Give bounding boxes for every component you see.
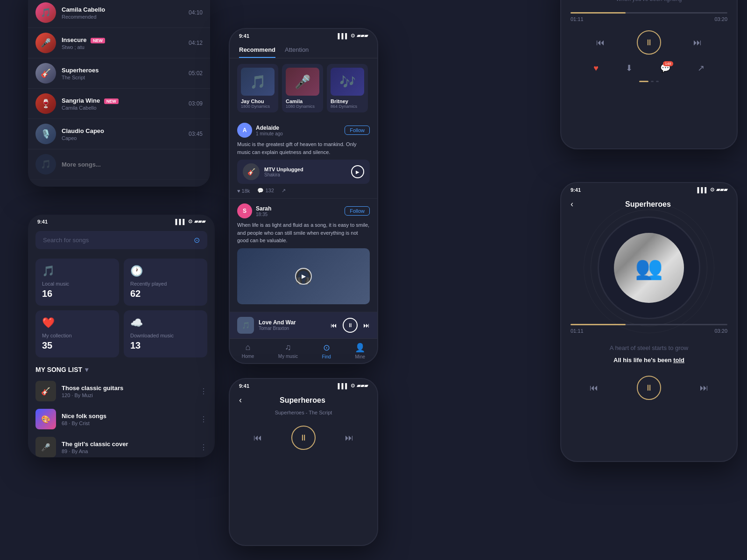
song-title-4: Sangria Wine NEW: [62, 97, 183, 104]
tab-attention[interactable]: Attention: [285, 42, 309, 58]
post-1: A Adelaide 1 minute ago Follow Music is …: [230, 118, 377, 199]
nav-home[interactable]: ⌂ Home: [242, 343, 254, 359]
avatar-3: 🎸: [35, 63, 56, 84]
phone-social: 9:41 ▌▌▌ ⊙ ▰▰▰ Recommend Attention 🎵 Jay…: [229, 28, 378, 364]
song-item-6-partial[interactable]: 🎵 More songs...: [28, 149, 210, 180]
play-btn-1[interactable]: ▶: [351, 165, 364, 178]
nav-find[interactable]: ⊙ Find: [322, 343, 331, 359]
share-icon-1[interactable]: ↗: [282, 188, 286, 194]
likes-1[interactable]: ♥ 18k: [237, 188, 250, 194]
search-icon[interactable]: ⊙: [194, 236, 200, 245]
nav-mymusic[interactable]: ♫ My music: [278, 343, 298, 359]
user-nav-icon: 👤: [355, 343, 365, 353]
status-bar-3: 9:41 ▌▌▌ ⊙ ▰▰▰: [230, 29, 377, 41]
time-current-5: 01:11: [571, 328, 584, 334]
skip-back-btn-5[interactable]: ⏮: [590, 383, 598, 393]
song-artist-1: Recommended: [62, 14, 183, 20]
skip-fwd-btn-6[interactable]: ⏭: [345, 433, 353, 443]
duration-2: 04:12: [189, 40, 203, 46]
avatar-4: 🍷: [35, 93, 56, 114]
downloaded-card[interactable]: ☁️ Downloaded music 13: [124, 310, 207, 357]
comment-btn-1[interactable]: 💬 148: [660, 63, 670, 73]
downloaded-label: Downloaded music: [130, 333, 201, 338]
skip-fwd-btn-5[interactable]: ⏭: [700, 383, 708, 393]
next-btn[interactable]: ⏭: [363, 322, 370, 329]
song-info-3: Superheroes The Script: [62, 67, 183, 80]
playlist-item-2[interactable]: 🎨 Nice folk songs 68 · By Crist ⋮: [28, 405, 215, 433]
skip-fwd-btn-1[interactable]: ⏭: [693, 38, 702, 48]
back-btn-6[interactable]: ‹: [230, 395, 251, 405]
song-item-1[interactable]: 🎵 Camila Cabello Recommended 04:10: [28, 0, 210, 28]
playlist-info-3: The girl's classic cover 89 · By Ana: [62, 441, 194, 454]
tab-recommend[interactable]: Recommend: [239, 42, 275, 58]
play-pause-btn[interactable]: ⏸: [343, 318, 358, 333]
download-btn-1[interactable]: ⬇: [626, 63, 633, 73]
user-info-2: Sarah 18:35: [256, 205, 345, 217]
skip-back-btn-1[interactable]: ⏮: [596, 38, 605, 48]
battery-icon-5: ▰▰▰: [716, 187, 727, 193]
nav-mine[interactable]: 👤 Mine: [355, 343, 365, 359]
song-snippet-1[interactable]: 🎸 MTV Unplugged Shakira ▶: [237, 160, 370, 184]
more-icon-1[interactable]: ⋮: [200, 387, 207, 396]
post-actions-1: ♥ 18k 💬 132 ↗: [237, 188, 370, 194]
artist-card-1[interactable]: 🎵 Jay Chou 1800 Dynamics: [237, 64, 278, 112]
nav-mymusic-label: My music: [278, 354, 298, 359]
like-btn-1[interactable]: ♥: [593, 63, 599, 73]
more-icon-2[interactable]: ⋮: [200, 415, 207, 424]
comment-count-1: 148: [663, 61, 673, 66]
share-btn-1[interactable]: ↗: [698, 63, 705, 73]
collection-card[interactable]: ❤️ My collection 35: [35, 310, 119, 357]
back-btn-5[interactable]: ‹: [561, 199, 583, 209]
music-icon: 🎵: [42, 265, 113, 277]
follow-btn-2[interactable]: Follow: [345, 206, 370, 216]
battery-icon-3: ▰▰▰: [357, 33, 368, 39]
artist-name-3: Britney: [331, 98, 364, 104]
nav-home-label: Home: [242, 354, 254, 359]
artist-card-3[interactable]: 🎶 Britney 864 Dynamics: [327, 64, 368, 112]
post-header-1: A Adelaide 1 minute ago Follow: [237, 123, 370, 138]
np-controls-6: ⏮ ⏸ ⏭: [230, 421, 377, 455]
snippet-art-1: 🎸: [243, 163, 260, 180]
prev-btn[interactable]: ⏮: [331, 322, 337, 329]
phone-lyrics: 9:41 ▌▌▌ ⊙ ▰▰▰ ‹ Superheroes Superheroes…: [229, 378, 378, 546]
play-overlay-2[interactable]: ▶: [295, 268, 312, 285]
follow-btn-1[interactable]: Follow: [345, 126, 370, 135]
play-pause-btn-1[interactable]: ⏸: [637, 30, 661, 55]
artist-bg-3: 🎶: [331, 68, 364, 96]
wifi-icon-2: ⊙: [188, 218, 192, 224]
snippet-info-1: MTV Unplugged Shakira: [264, 167, 346, 177]
song-info-1: Camila Cabello Recommended: [62, 6, 183, 20]
duration-5: 03:45: [189, 131, 203, 137]
song-item-5[interactable]: 🎙️ Claudio Capeo Capeo 03:45: [28, 119, 210, 149]
chevron-down-icon[interactable]: ▾: [85, 366, 88, 373]
status-icons-3: ▌▌▌ ⊙ ▰▰▰: [338, 33, 368, 39]
skip-back-btn-6[interactable]: ⏮: [254, 433, 262, 443]
artist-card-2[interactable]: 🎤 Camila 1080 Dynamics: [282, 64, 323, 112]
recently-played-label: Recently played: [130, 281, 201, 287]
recently-played-card[interactable]: 🕐 Recently played 62: [124, 259, 207, 306]
user-info-1: Adelaide 1 minute ago: [256, 125, 345, 136]
local-music-card[interactable]: 🎵 Local music 16: [35, 259, 119, 306]
search-bar[interactable]: Search for songs ⊙: [35, 231, 207, 249]
more-icon-3[interactable]: ⋮: [200, 443, 207, 452]
phone-song-list: 9:41 📶 📡 🔋 🎵 Camila Cabello Recommended …: [28, 0, 210, 187]
avatar-1: 🎵: [35, 2, 56, 23]
playlist-item-3[interactable]: 🎤 The girl's classic cover 89 · By Ana ⋮: [28, 433, 215, 457]
play-pause-btn-6[interactable]: ⏸: [291, 426, 316, 450]
dot-2: [656, 81, 659, 82]
song-item-3[interactable]: 🎸 Superheroes The Script 05:02: [28, 58, 210, 89]
playlist-title-2: Nice folk songs: [62, 413, 194, 420]
comments-1[interactable]: 💬 132: [257, 188, 274, 194]
song-item-4[interactable]: 🍷 Sangria Wine NEW Camila Cabello 03:09: [28, 89, 210, 119]
song-title-2: Insecure NEW: [62, 36, 183, 43]
duration-4: 03:09: [189, 100, 203, 107]
song-item-2[interactable]: 🎤 Insecure NEW Stwo ; atu 04:12: [28, 28, 210, 58]
post-header-2: S Sarah 18:35 Follow: [237, 203, 370, 218]
playlist-item-1[interactable]: 🎸 Those classic guitars 120 · By Muzi ⋮: [28, 377, 215, 405]
mini-art: 🎵: [237, 317, 254, 334]
play-pause-btn-5[interactable]: ⏸: [637, 376, 661, 400]
post-text-1: Music is the greatest gift of heaven to …: [237, 140, 370, 156]
snippet-artist-1: Shakira: [264, 172, 346, 177]
battery-icon-2: ▰▰▰: [194, 218, 205, 224]
song-subtitle-6: Superheroes - The Script: [230, 408, 377, 421]
